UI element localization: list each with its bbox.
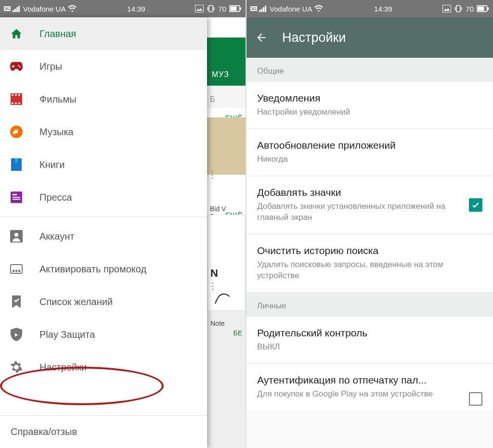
book-icon: [10, 158, 23, 171]
svg-rect-0: [13, 10, 14, 12]
app-price-label-2: БЕ: [210, 329, 242, 337]
svg-rect-2: [16, 7, 18, 12]
sidebar-item-games[interactable]: Игры: [0, 50, 207, 83]
checkbox-unchecked[interactable]: [469, 392, 482, 406]
sidebar-item-help[interactable]: Справка/отзыв: [0, 415, 207, 448]
battery-icon: [229, 5, 242, 12]
svg-rect-38: [442, 5, 451, 13]
wifi-icon: [314, 5, 324, 13]
setting-clear-history[interactable]: Очистить историю поиска Удалить поисковы…: [246, 234, 493, 293]
setting-title: Добавлять значки: [257, 187, 482, 198]
sidebar-item-label: Игры: [39, 61, 62, 72]
app-card-2[interactable]: N ⋮ Note БЕ: [207, 215, 246, 311]
svg-rect-36: [263, 7, 264, 12]
left-screenshot: 3G Vodafone UA 14:39 70 МУЗ Б ЕЩЁ ⋮ Bid …: [0, 0, 246, 448]
sidebar-item-books[interactable]: Книги: [0, 148, 207, 181]
setting-autoupdate[interactable]: Автообновление приложений Никогда: [246, 129, 493, 176]
settings-header: Настройки: [246, 17, 493, 58]
sidebar-item-label: Список желаний: [39, 296, 113, 307]
svg-rect-5: [209, 5, 213, 12]
page-title: Настройки: [282, 30, 346, 45]
setting-title: Очистить историю поиска: [257, 245, 482, 256]
battery-percent: 70: [218, 5, 226, 13]
promo-icon: [10, 262, 23, 276]
sidebar-item-movies[interactable]: Фильмы: [0, 83, 207, 115]
sidebar-item-label: Пресса: [39, 192, 72, 203]
svg-rect-4: [195, 5, 204, 13]
background-content: МУЗ Б ЕЩЁ ⋮ Bid V Pawı ОБЕ ЕЩЁ N ⋮ Note …: [207, 17, 246, 448]
network-badge-icon: 3G: [250, 6, 257, 11]
app-name-2: N: [210, 267, 242, 280]
network-badge-icon: 3G: [4, 6, 11, 11]
image-icon: [195, 5, 204, 13]
svg-point-31: [13, 270, 14, 272]
tab-music[interactable]: МУЗ: [207, 64, 246, 86]
svg-rect-39: [456, 5, 460, 12]
svg-point-14: [19, 66, 21, 68]
sidebar-item-label: Справка/отзыв: [11, 426, 77, 437]
carrier-label: Vodafone UA: [23, 5, 65, 13]
svg-rect-3: [18, 6, 20, 12]
svg-rect-9: [240, 7, 242, 10]
sidebar-item-settings[interactable]: Настройки: [0, 351, 207, 384]
image-icon: [442, 5, 451, 13]
section-personal: Личные: [246, 293, 493, 317]
battery-percent: 70: [466, 5, 474, 13]
app-name-3: Note: [210, 320, 242, 327]
svg-rect-35: [261, 9, 262, 12]
svg-rect-19: [12, 102, 13, 104]
more-options-icon[interactable]: ⋮: [208, 169, 217, 180]
svg-rect-20: [15, 102, 17, 104]
sidebar-item-music[interactable]: Музыка: [0, 115, 207, 148]
sidebar-item-label: Аккаунт: [39, 231, 74, 242]
battery-icon: [477, 5, 489, 12]
setting-notifications[interactable]: Уведомления Настройки уведомлений: [246, 82, 493, 129]
sidebar-item-promo[interactable]: Активировать промокод: [0, 253, 207, 285]
account-icon: [10, 230, 23, 243]
section-general: Общие: [246, 58, 493, 82]
svg-point-13: [18, 65, 19, 66]
setting-title: Уведомления: [257, 92, 482, 104]
drawer-separator: [0, 217, 207, 217]
sidebar-item-protect[interactable]: Play Защита: [0, 318, 207, 351]
sidebar-item-home[interactable]: Главная: [0, 17, 207, 50]
setting-add-icons[interactable]: Добавлять значки Добавлять значки устано…: [246, 176, 493, 234]
setting-subtitle: Настройки уведомлений: [257, 107, 482, 118]
sidebar-item-account[interactable]: Аккаунт: [0, 220, 207, 253]
sidebar-item-label: Главная: [39, 28, 76, 39]
setting-subtitle: Для покупок в Google Play на этом устрой…: [257, 389, 482, 400]
sidebar-item-wishlist[interactable]: Список желаний: [0, 285, 207, 318]
right-screenshot: 3G Vodafone UA 14:39 70 Настройки Общие …: [246, 0, 493, 448]
status-bar: 3G Vodafone UA 14:39 70: [0, 0, 246, 17]
section-more-label[interactable]: Б: [210, 95, 215, 103]
signal-icon: [13, 5, 21, 12]
film-icon: [10, 92, 23, 106]
app-card-1[interactable]: ⋮ Bid V Pawı ОБЕ: [207, 117, 246, 199]
app-name: Bid V: [210, 205, 243, 213]
svg-rect-34: [259, 10, 260, 12]
signal-icon: [259, 5, 268, 12]
sidebar-item-press[interactable]: Пресса: [0, 181, 207, 214]
setting-parental[interactable]: Родительский контроль ВЫКЛ: [246, 317, 493, 364]
more-options-icon-2[interactable]: ⋮: [208, 281, 217, 291]
svg-rect-26: [13, 197, 20, 198]
setting-title: Автообновление приложений: [257, 140, 482, 151]
newspaper-icon: [10, 191, 23, 204]
checkbox-checked[interactable]: [469, 198, 482, 212]
sidebar-item-label: Play Защита: [39, 329, 95, 340]
gamepad-icon: [10, 60, 23, 73]
svg-point-33: [19, 270, 20, 272]
svg-point-32: [16, 270, 17, 272]
music-icon: [10, 125, 23, 139]
back-button[interactable]: [255, 31, 268, 44]
svg-point-29: [14, 233, 18, 237]
settings-list[interactable]: Общие Уведомления Настройки уведомлений …: [246, 58, 493, 448]
setting-title: Аутентификация по отпечатку пал...: [257, 374, 482, 386]
sidebar-item-label: Книги: [39, 159, 65, 170]
setting-subtitle: Никогда: [257, 154, 482, 165]
svg-rect-1: [14, 9, 16, 12]
sidebar-item-label: Фильмы: [39, 94, 77, 105]
setting-fingerprint[interactable]: Аутентификация по отпечатку пал... Для п…: [246, 364, 493, 410]
navigation-drawer: Главная Игры Фильмы Музыка Книги Пресса …: [0, 17, 207, 448]
shield-icon: [10, 328, 23, 341]
